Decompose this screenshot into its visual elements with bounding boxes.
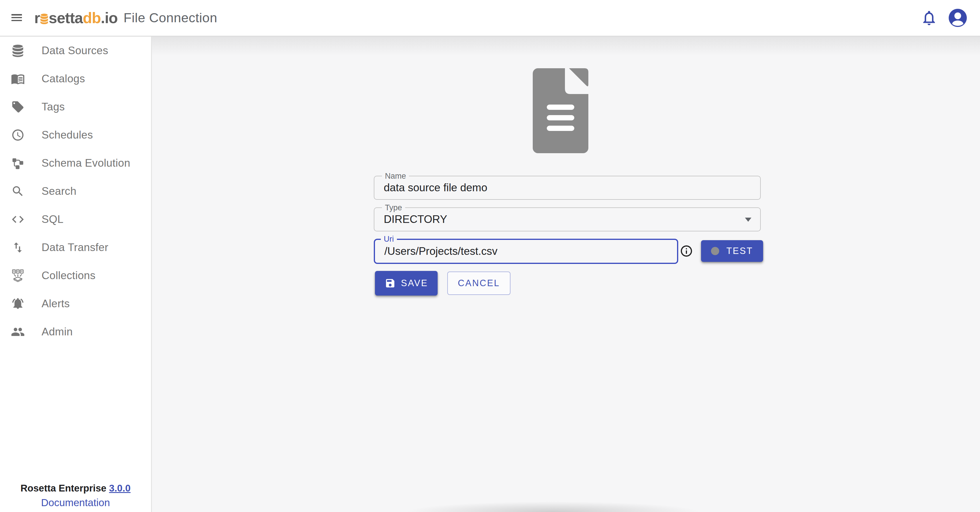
bottom-shadow [357,498,749,512]
save-icon [385,278,396,289]
name-field[interactable]: Name data source file demo [374,176,761,200]
sidebar-item-label: Schedules [41,129,93,141]
book-icon [11,72,25,86]
sidebar-item-sql[interactable]: SQL [0,205,151,233]
connection-status-dot [711,247,719,255]
version-link[interactable]: 3.0.0 [109,483,130,494]
product-name: Rosetta Enterprise [21,483,106,494]
sidebar-item-label: Collections [41,270,95,282]
sidebar-item-label: Data Transfer [41,241,108,254]
type-select[interactable]: Type DIRECTORY [374,207,761,231]
sidebar-item-label: Tags [41,101,65,113]
sidebar-item-admin[interactable]: Admin [0,318,151,346]
app-header: r settadb.io File Connection [0,0,980,37]
database-icon [11,43,25,58]
type-select-value: DIRECTORY [374,208,760,231]
header-actions [920,0,967,36]
sidebar-item-label: Catalogs [41,73,85,85]
type-select-label: Type [382,203,405,213]
sidebar-item-alerts[interactable]: Alerts [0,290,151,318]
search-icon [11,184,25,199]
clock-icon [11,128,25,142]
transfer-icon [11,240,25,255]
save-button-label: SAVE [401,278,428,289]
uri-field[interactable]: Uri /Users/Projects/test.csv [374,239,678,264]
tag-icon [11,100,25,114]
chevron-down-icon [745,218,751,222]
logo-text-middle: setta [49,9,83,27]
sidebar-item-tags[interactable]: Tags [0,93,151,121]
sidebar-item-label: SQL [41,213,64,225]
sidebar-item-label: Data Sources [41,45,108,57]
page-title: File Connection [124,0,217,36]
database-logo-icon [40,13,48,24]
uri-field-value: /Users/Projects/test.csv [375,240,677,263]
code-icon [11,212,25,227]
notifications-bell-icon[interactable] [920,9,938,27]
sidebar-item-label: Search [41,185,76,198]
sidebar-item-collections[interactable]: Collections [0,262,151,290]
sidebar: Data Sources Catalogs Tags [0,37,152,512]
user-avatar[interactable] [948,8,967,27]
uri-field-label: Uri [381,234,397,244]
sidebar-item-schedules[interactable]: Schedules [0,121,151,149]
logo-text-suffix: .io [101,9,118,27]
test-button[interactable]: TEST [701,240,763,262]
sidebar-item-search[interactable]: Search [0,177,151,205]
sidebar-item-catalogs[interactable]: Catalogs [0,65,151,93]
cancel-button[interactable]: CANCEL [447,271,511,295]
main-content: Name data source file demo Type DIRECTOR… [152,37,980,512]
name-field-label: Name [382,171,409,181]
sidebar-footer: Rosetta Enterprise 3.0.0 Documentation [0,483,151,509]
name-field-value: data source file demo [374,176,760,199]
people-icon [11,325,25,339]
collections-icon [11,268,25,283]
sidebar-item-data-transfer[interactable]: Data Transfer [0,233,151,262]
logo-text-prefix: r [34,9,40,27]
documentation-link[interactable]: Documentation [41,497,110,508]
sidebar-nav: Data Sources Catalogs Tags [0,37,151,346]
logo-text-accent: db [83,9,101,27]
menu-icon[interactable] [11,14,22,21]
save-button[interactable]: SAVE [375,271,438,295]
sidebar-item-label: Schema Evolution [41,157,130,169]
info-icon[interactable] [680,244,693,258]
app-logo[interactable]: r settadb.io [34,0,118,36]
alert-bell-icon [11,297,25,311]
test-button-label: TEST [726,246,753,256]
sidebar-item-data-sources[interactable]: Data Sources [0,37,151,65]
sidebar-item-label: Admin [41,326,73,338]
schema-tree-icon [11,156,25,171]
cancel-button-label: CANCEL [458,278,500,289]
file-document-icon [533,68,589,153]
sidebar-item-schema-evolution[interactable]: Schema Evolution [0,149,151,177]
sidebar-item-label: Alerts [41,298,70,310]
